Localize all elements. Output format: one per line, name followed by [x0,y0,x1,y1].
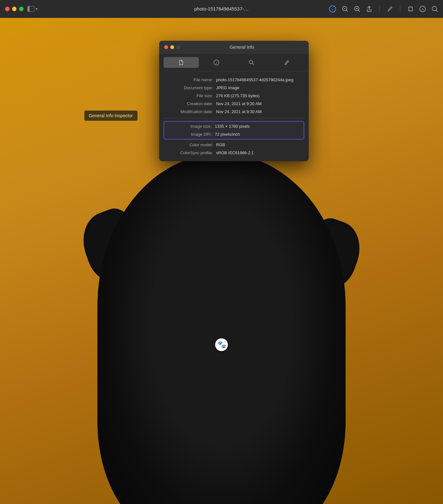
svg-line-4 [346,10,348,11]
svg-line-13 [436,10,437,11]
chevron-down-icon[interactable]: ▾ [36,7,38,11]
close-button[interactable] [5,7,10,11]
divider-1 [164,118,304,119]
svg-rect-9 [409,7,412,11]
value-doctype: JPEG image [216,85,302,90]
info-row-doctype: Document type: JPEG image [159,84,309,92]
crop-icon[interactable] [407,6,414,12]
panel-title: General Info [180,45,304,50]
value-colormodel: RGB [216,142,302,147]
panel-traffic-lights [164,45,180,49]
tab-info[interactable]: i [199,57,234,68]
info-row-filename: File name: photo-1517849845537-4d2579024… [159,76,309,84]
main-content: 🐾 General Info Inspector General Info [0,18,443,504]
svg-line-17 [252,63,254,65]
info-icon[interactable]: i [329,5,336,12]
tooltip: General Info Inspector [84,111,137,121]
sidebar-toggle-button[interactable] [27,6,34,12]
highlighted-rows: Image size: 1335 × 1780 pixels Image DPI… [164,121,304,140]
tooltip-text: General Info Inspector [89,113,133,118]
paw-cursor-icon: 🐾 [215,338,228,351]
value-dpi: 72 pixels/inch [215,132,302,137]
tab-edit[interactable] [269,57,305,68]
label-modification: Modification date: [164,109,213,114]
window-title: photo-1517849845537-… [194,6,249,11]
value-modification: Nov 24, 2021 at 9:30 AM [216,109,302,114]
label-colormodel: Color model: [164,142,213,147]
value-filesize: 276 KB (275,735 bytes) [216,93,302,98]
label-filesize: File size: [164,93,213,98]
panel-title-bar: General Info [159,41,309,54]
info-panel: General Info i [159,41,309,161]
pug-body [97,154,346,504]
toolbar-divider [379,5,380,12]
zoom-out-icon[interactable] [342,6,348,12]
label-creation: Creation date: [164,101,213,106]
info-row-modification: Modification date: Nov 24, 2021 at 9:30 … [159,108,309,116]
value-creation: Nov 24, 2021 at 9:30 AM [216,101,302,106]
panel-close-button[interactable] [164,45,168,49]
info-row-imagesize: Image size: 1335 × 1780 pixels [164,122,304,130]
svg-line-8 [358,10,360,11]
label-imagesize: Image size: [166,124,212,129]
info-row-colormodel: Color model: RGB [159,141,309,149]
tab-file[interactable] [164,57,199,68]
svg-text:i: i [216,61,217,65]
search-toolbar-icon[interactable] [432,6,438,12]
value-colorsync: sRGB IEC61966-2.1 [216,150,302,155]
zoom-in-icon[interactable] [354,6,360,12]
value-filename: photo-1517849845537-4d25790244a.jpeg [216,77,302,82]
traffic-lights [5,7,24,11]
svg-text:i: i [332,7,333,11]
panel-maximize-button[interactable] [176,45,180,49]
label-dpi: Image DPI: [166,132,212,137]
maximize-button[interactable] [19,7,24,11]
info-row-creation: Creation date: Nov 24, 2021 at 9:30 AM [159,100,309,108]
panel-minimize-button[interactable] [170,45,174,49]
panel-tabs: i [159,54,309,71]
minimize-button[interactable] [12,7,17,11]
title-bar: ▾ photo-1517849845537-… i [0,0,443,18]
info-row-dpi: Image DPI: 72 pixels/inch [164,130,304,138]
label-doctype: Document type: [164,85,213,90]
info-row-colorsync: ColorSync profile: sRGB IEC61966-2.1 [159,149,309,157]
label-colorsync: ColorSync profile: [164,150,213,155]
toolbar-divider-2 [400,5,400,12]
markup-icon[interactable]: A [419,6,426,12]
label-filename: File name: [164,77,213,82]
tab-search[interactable] [234,57,269,68]
info-row-filesize: File size: 276 KB (275,735 bytes) [159,92,309,100]
value-imagesize: 1335 × 1780 pixels [215,124,302,129]
toolbar: i [329,5,438,12]
pencil-icon[interactable] [387,6,393,12]
share-icon[interactable] [366,6,372,12]
svg-text:A: A [421,7,424,11]
info-rows: File name: photo-1517849845537-4d2579024… [159,71,309,161]
